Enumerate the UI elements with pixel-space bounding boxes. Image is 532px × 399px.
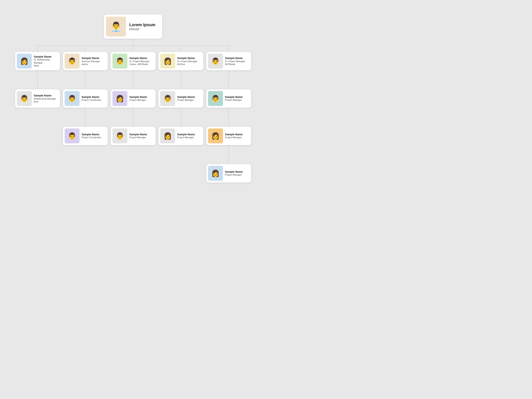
avatar: 👨 [65, 128, 80, 143]
person-info: Sample NameSr. Project ManagerED/Gov [177, 57, 197, 66]
avatar: 👩 [160, 54, 175, 69]
person-name: Sample Name [82, 57, 100, 60]
person-name: Sample Name [82, 133, 101, 136]
person-card: 👨Sample NameProject Coordinator [63, 89, 108, 108]
avatar: 👨‍💼 [106, 17, 126, 37]
person-info: Sample NameProject Manager [177, 95, 195, 102]
person-role: Project Manager [225, 136, 243, 139]
person-role: Project Manager [225, 173, 243, 177]
person-role: Director [129, 27, 155, 31]
person-info: Sample NameRelationship ManagerEast [34, 94, 56, 103]
person-info: Sample NameProject Manager [225, 95, 243, 102]
person-name: Sample Name [177, 57, 197, 60]
person-card: 👨Sample NameSr. Project ManagerWP/Retail [206, 52, 251, 70]
person-card: 👨Sample NameRelationship ManagerEast [15, 89, 60, 108]
person-sub: ED/Gov [177, 63, 197, 66]
person-card: 👩Sample NameProject Manager [158, 127, 203, 145]
avatar: 👨 [112, 54, 127, 69]
avatar: 👨 [208, 54, 223, 69]
person-card: 👨Sample NameProject Manager [111, 127, 155, 145]
person-role: Sr. Project Manager [177, 60, 197, 63]
person-role: Sr. Relationship Manager [34, 58, 57, 64]
person-card: 👩Sample NameProject Manager [111, 89, 155, 108]
person-name: Sample Name [129, 95, 147, 99]
person-info: Sample NameSr. Project ManagerClaims, WP… [129, 57, 150, 66]
person-role: Sr. Project Manager [129, 60, 150, 63]
person-name: Sample Name [225, 95, 243, 99]
person-info: Sample NameProject Manager [225, 133, 243, 139]
person-info: Sample NameProject Manager [129, 133, 147, 139]
avatar: 👩 [17, 54, 32, 69]
person-role: Project Manager [129, 99, 147, 102]
person-card: 👨Sample NameSr. Project ManagerClaims, W… [111, 52, 155, 70]
avatar: 👩 [112, 91, 127, 106]
person-card: 👩Sample NameSr. Relationship ManagerWest [15, 52, 60, 70]
person-role: Sr. Project Manager [225, 60, 245, 63]
person-name: Sample Name [129, 133, 147, 136]
person-role: Project Manager [225, 99, 243, 102]
person-sub: Claims, WP/Retail [129, 63, 150, 66]
person-role: Project Manager [177, 136, 195, 139]
person-info: Sample NameSr. Relationship ManagerWest [34, 55, 57, 67]
person-info: Sample NameProject Manager [129, 95, 147, 102]
person-info: Sample NameProject Coordinator [82, 95, 101, 102]
person-sub: Admin [82, 63, 100, 66]
person-role: Project Coordinator [82, 99, 101, 102]
person-name: Sample Name [82, 95, 101, 99]
avatar: 👨 [160, 91, 175, 106]
person-name: Sample Name [34, 94, 56, 97]
person-name: Sample Name [129, 57, 150, 60]
avatar: 👨 [112, 128, 127, 143]
person-name: Sample Name [177, 95, 195, 99]
person-info: Sample NameProject Manager [177, 133, 195, 139]
person-role: Services Manager [82, 60, 100, 63]
avatar: 👨 [65, 54, 80, 69]
person-card: 👨Sample NameProject Manager [206, 89, 251, 108]
person-card: 👩Sample NameSr. Project ManagerED/Gov [158, 52, 203, 70]
avatar: 👨 [17, 91, 32, 106]
person-name: Sample Name [225, 133, 243, 136]
person-name: Sample Name [225, 170, 243, 173]
nodes-layer: 👨‍💼Lorem IpsumDirector👩Sample NameSr. Re… [8, 13, 258, 191]
person-info: Sample NameServices ManagerAdmin [82, 57, 100, 66]
person-sub: WP/Retail [225, 63, 245, 66]
person-info: Lorem IpsumDirector [129, 22, 155, 31]
person-role: Project Manager [129, 136, 147, 139]
person-card: 👩Sample NameProject Manager [206, 164, 251, 183]
person-sub: East [34, 100, 56, 103]
avatar: 👩 [160, 128, 175, 143]
avatar: 👩 [208, 166, 223, 181]
person-role: Project Manager [177, 99, 195, 102]
person-card: 👨Sample NameProject Manager [158, 89, 203, 108]
person-card: 👨Sample NameServices ManagerAdmin [63, 52, 108, 70]
person-info: Sample NameProject Manager [225, 170, 243, 177]
person-info: Sample NameProject Coordinator [82, 133, 101, 139]
person-info: Sample NameSr. Project ManagerWP/Retail [225, 57, 245, 66]
avatar: 👩 [208, 128, 223, 143]
person-card: 👨‍💼Lorem IpsumDirector [104, 14, 162, 39]
person-sub: West [34, 64, 57, 67]
person-card: 👨Sample NameProject Coordinator [63, 127, 108, 145]
avatar: 👨 [208, 91, 223, 106]
person-role: Relationship Manager [34, 97, 56, 100]
person-role: Project Coordinator [82, 136, 101, 139]
person-name: Lorem Ipsum [129, 22, 155, 27]
avatar: 👨 [65, 91, 80, 106]
person-name: Sample Name [225, 57, 245, 60]
person-name: Sample Name [34, 55, 57, 58]
person-name: Sample Name [177, 133, 195, 136]
person-card: 👩Sample NameProject Manager [206, 127, 251, 145]
org-chart: 👨‍💼Lorem IpsumDirector👩Sample NameSr. Re… [8, 13, 258, 191]
